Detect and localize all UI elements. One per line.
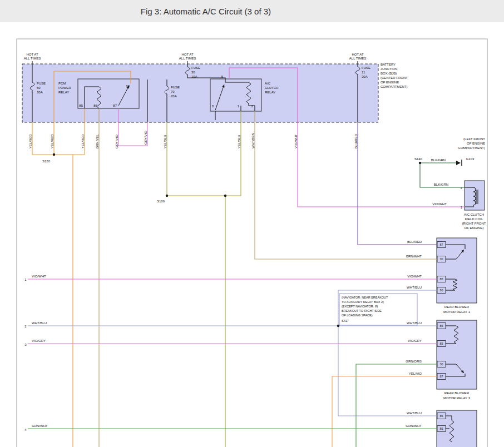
wire-label-viogry-left: VIO/GRY [32, 339, 46, 342]
splice-s140-label: S140 [414, 157, 423, 161]
hot-at-mid-2: ALL TIMES [179, 57, 196, 60]
wire-label-blkgrn-2: BLK/GRN [434, 183, 448, 186]
wire-label-blured-h: BLU/RED [407, 240, 422, 244]
wire-label-viogry-r3: VIO/GRY [408, 339, 422, 342]
bjb-label-6: COMPARTMENT) [381, 85, 407, 88]
wire-label-grnwht-r2: GRN/WHT [406, 424, 422, 428]
fuse30-label: FUSE [191, 66, 200, 69]
pcm-pin87-num: 87 [113, 104, 117, 107]
fuse50-label-2: 50 [37, 86, 41, 90]
ac-relay-label-2: CLUTCH [265, 86, 278, 90]
pcm-pin30-num: 30 [126, 85, 130, 88]
note-line-2: TO AUXILIARY RELAY BOX 2) [342, 300, 384, 304]
relay1-pin-86-label: 86 [439, 289, 443, 292]
field-coil-label-2: FIELD COIL [465, 217, 483, 221]
bjb-label-4: (CENTER FRONT [381, 76, 408, 80]
relay1-label: REAR BLOWER [444, 305, 470, 309]
splice-s120 [53, 153, 55, 156]
bjb-label-3: BOX (BJB) [381, 72, 397, 75]
splice-s106-branch [224, 195, 226, 197]
ground-g103-label: G103 [466, 157, 475, 161]
wire-label-yelred-1: YEL/RED [29, 134, 32, 148]
field-coil-label-3: (RIGHT FRONT [462, 222, 486, 225]
fuse11-label-2: 11 [362, 71, 365, 74]
fuse70-label: FUSE [171, 86, 180, 89]
wire-label-brnwht: BRN/WHT [406, 255, 422, 258]
wire-label-yelred-2: YEL/RED [51, 134, 54, 148]
bjb-label-5: OF ENGINE [381, 81, 399, 84]
hot-at-right-2: ALL TIMES [349, 57, 366, 60]
relay2-pin-85-label: 85 [439, 427, 443, 430]
ground-loc-label-3: COMPARTMENT) [458, 146, 485, 150]
relay1-label-2: MOTOR RELAY 1 [443, 310, 471, 314]
wire-label-whtbrn: WHT/BRN [251, 133, 255, 148]
hot-at-mid: HOT AT [181, 53, 193, 56]
splice-s140 [419, 162, 421, 164]
ac-relay-label: A/C [265, 82, 271, 85]
wire-label-gryvio-2: GRY/VIO [144, 131, 147, 145]
fuse70-label-2: 70 [171, 90, 175, 93]
relay2-pin-86-label: 86 [439, 414, 443, 418]
wire-label-grnwht-left: GRN/WHT [32, 424, 48, 428]
pcm-relay-label-3: RELAY [58, 91, 69, 94]
wire-label-blured-v: BLU/RED [354, 133, 358, 148]
relay3-label: REAR BLOWER [444, 391, 470, 395]
wire-label-viowht-v: VIO/WHT [294, 134, 298, 148]
bjb-label: BATTERY [381, 63, 396, 66]
relay3-label-2: MOTOR RELAY 3 [443, 396, 471, 400]
field-coil-label-4: OF ENGINE) [464, 226, 483, 230]
splice-s120-label: S120 [42, 160, 51, 163]
wire-label-viowht-r1: VIO/WHT [407, 275, 422, 278]
fuse30-label-2: 30 [191, 71, 195, 74]
relay3-pin-30-label: 30 [439, 362, 443, 366]
fuse30-label-3: 10A [191, 75, 197, 78]
wire-label-yelvio: YEL/VIO [409, 372, 422, 375]
wire-label-whtblu-r3: WHT/BLU [407, 321, 422, 325]
ground-loc-label-2: OF ENGINE [467, 142, 485, 145]
hot-at-right: HOT AT [352, 53, 363, 56]
wire-label-brnyel: BRN/YEL [96, 134, 99, 148]
pcm-pin86-num: 86 [93, 104, 97, 107]
splice-s106 [166, 195, 168, 197]
wire-label-yelblu-1: YEL/BLU [164, 135, 167, 148]
wire-label-yelred-3: YEL/RED [81, 134, 85, 148]
ground-loc-label: (LEFT FRONT [463, 137, 485, 141]
wiring-diagram: 87308586868530878685HOT ATALL TIMESHOT A… [0, 0, 504, 447]
wire-label-whtblu-left: WHT/BLU [32, 321, 47, 325]
wire-label-whtblu-r1: WHT/BLU [407, 286, 422, 289]
fuse70-label-3: 20A [171, 95, 177, 98]
wire-label-viowht-coil: VIO/WHT [432, 202, 447, 206]
wire-label-viowht-left: VIO/WHT [32, 275, 46, 278]
note-line-4: BREAKOUT TO RIGHT SIDE [342, 309, 382, 312]
relay3-pin-85-label: 85 [439, 342, 443, 345]
note-line-3: (EXCEPT NAVIGATOR: IN [342, 305, 378, 308]
wire-label-yelblu-2: YEL/BLU [238, 135, 241, 148]
fuse50-label: FUSE [37, 82, 46, 85]
note-line-1: (NAVIGATOR: NEAR BREAKOUT [342, 296, 388, 299]
note-line-5: OF LOADING SPACE) [342, 314, 373, 317]
pcm-relay-label-2: POWER [58, 86, 71, 90]
ac-relay-label-3: RELAY [265, 91, 275, 94]
relay3-pin-87-label: 87 [439, 375, 443, 378]
field-coil-label: A/C CLUTCH [464, 213, 484, 216]
battery-junction-box [22, 64, 378, 122]
wire-label-blkgrn-1: BLK/GRN [431, 158, 446, 162]
hot-at-left: HOT AT [26, 53, 38, 56]
fuse50-label-3: 30A [37, 91, 43, 94]
wire-label-whtblu-r2: WHT/BLU [407, 411, 422, 415]
relay1-pin-30-label: 30 [439, 257, 443, 261]
wire-label-gryvio-1: GRY/VIO [115, 135, 118, 148]
relay1-pin-87-label: 87 [439, 243, 443, 246]
pcm-pin85-num: 85 [79, 104, 83, 107]
splice-s106-label: S106 [157, 200, 165, 203]
hot-at-left-2: ALL TIMES [24, 57, 41, 60]
pcm-relay-label: PCM [58, 82, 66, 85]
ac-clutch-field-coil-box [465, 181, 485, 210]
bjb-label-2: JUNCTION [381, 67, 397, 71]
fuse11-label-3: 30A [362, 75, 368, 78]
relay1-pin-85-label: 85 [439, 277, 443, 281]
splice-s417-label: S417 [342, 319, 349, 322]
rear-blower-relay3-box [437, 320, 477, 389]
wire-label-grnorg: GRN/ORG [406, 360, 422, 363]
splice-s417 [337, 325, 339, 327]
